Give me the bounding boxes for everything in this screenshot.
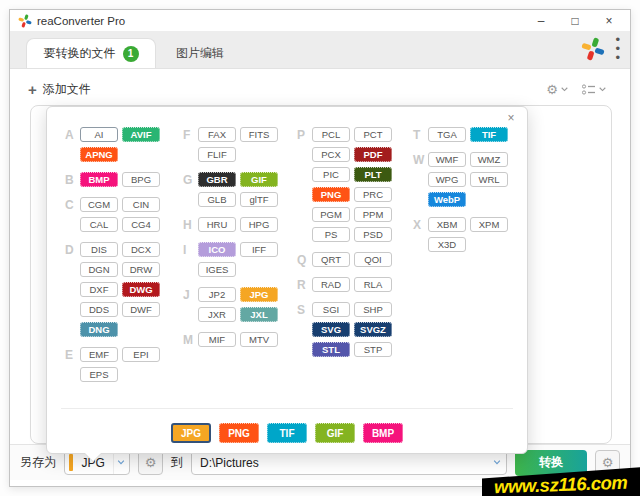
- format-button-fits[interactable]: FITS: [240, 127, 278, 142]
- quick-format-button-png[interactable]: PNG: [219, 423, 259, 443]
- format-button-dds[interactable]: DDS: [80, 302, 118, 317]
- format-group-p: PPCLPCTPCXPDFPICPLTPNGPRCPGMPPMPSPSD: [297, 127, 398, 242]
- format-button-cg4[interactable]: CG4: [122, 217, 160, 232]
- format-buttons: DISDCXDGNDRWDXFDWGDDSDWFDNG: [80, 242, 166, 337]
- format-button-avif[interactable]: AVIF: [122, 127, 160, 142]
- settings-dropdown[interactable]: ⚙: [546, 83, 568, 96]
- format-button-jpg[interactable]: JPG: [240, 287, 278, 302]
- format-button-emf[interactable]: EMF: [80, 347, 118, 362]
- format-button-hru[interactable]: HRU: [198, 217, 236, 232]
- format-button-gif[interactable]: GIF: [240, 172, 278, 187]
- format-button-jxr[interactable]: JXR: [198, 307, 236, 322]
- format-group-e: EEMFEPIEPS: [65, 347, 166, 382]
- format-button-wmf[interactable]: WMF: [428, 152, 466, 167]
- combo-chevron[interactable]: [113, 451, 129, 474]
- format-button-xbm[interactable]: XBM: [428, 217, 466, 232]
- format-button-drw[interactable]: DRW: [122, 262, 160, 277]
- quick-format-button-tif[interactable]: TIF: [267, 423, 307, 443]
- format-button-ppm[interactable]: PPM: [354, 207, 392, 222]
- quick-format-button-bmp[interactable]: BMP: [363, 423, 403, 443]
- format-button-eps[interactable]: EPS: [80, 367, 118, 382]
- format-button-hpg[interactable]: HPG: [240, 217, 278, 232]
- format-button-dgn[interactable]: DGN: [80, 262, 118, 277]
- tab-label: 要转换的文件: [44, 45, 116, 62]
- format-button-pcl[interactable]: PCL: [312, 127, 350, 142]
- format-group-letter: I: [183, 242, 198, 277]
- format-button-svgz[interactable]: SVGZ: [354, 322, 392, 337]
- format-button-svg[interactable]: SVG: [312, 322, 350, 337]
- format-button-dwf[interactable]: DWF: [122, 302, 160, 317]
- format-button-tga[interactable]: TGA: [428, 127, 466, 142]
- format-group-r: RRADRLA: [297, 277, 398, 292]
- format-button-ai[interactable]: AI: [80, 127, 118, 142]
- minimize-button[interactable]: –: [524, 10, 558, 31]
- format-button-gbr[interactable]: GBR: [198, 172, 236, 187]
- format-button-cin[interactable]: CIN: [122, 197, 160, 212]
- format-button-pct[interactable]: PCT: [354, 127, 392, 142]
- format-button-pgm[interactable]: PGM: [312, 207, 350, 222]
- format-button-pcx[interactable]: PCX: [312, 147, 350, 162]
- format-button-pdf[interactable]: PDF: [354, 147, 392, 162]
- title-bar: reaConverter Pro – □ ×: [10, 10, 630, 31]
- format-button-dis[interactable]: DIS: [80, 242, 118, 257]
- format-button-qrt[interactable]: QRT: [312, 252, 350, 267]
- tab-image-editing[interactable]: 图片编辑: [160, 38, 240, 68]
- format-button-prc[interactable]: PRC: [354, 187, 392, 202]
- format-button-xpm[interactable]: XPM: [470, 217, 508, 232]
- close-button[interactable]: ×: [592, 10, 626, 31]
- format-button-plt[interactable]: PLT: [354, 167, 392, 182]
- format-button-bpg[interactable]: BPG: [122, 172, 160, 187]
- format-button-x3d[interactable]: X3D: [428, 237, 466, 252]
- format-button-jxl[interactable]: JXL: [240, 307, 278, 322]
- format-button-tif[interactable]: TIF: [470, 127, 508, 142]
- format-button-wpg[interactable]: WPG: [428, 172, 466, 187]
- format-button-psd[interactable]: PSD: [354, 227, 392, 242]
- format-button-bmp[interactable]: BMP: [80, 172, 118, 187]
- format-button-sgi[interactable]: SGI: [312, 302, 350, 317]
- format-button-rad[interactable]: RAD: [312, 277, 350, 292]
- format-button-pic[interactable]: PIC: [312, 167, 350, 182]
- quick-format-button-jpg[interactable]: JPG: [171, 423, 211, 443]
- format-button-cgm[interactable]: CGM: [80, 197, 118, 212]
- format-button-iff[interactable]: IFF: [240, 242, 278, 257]
- format-button-stp[interactable]: STP: [354, 342, 392, 357]
- format-button-shp[interactable]: SHP: [354, 302, 392, 317]
- format-button-dcx[interactable]: DCX: [122, 242, 160, 257]
- format-button-stl[interactable]: STL: [312, 342, 350, 357]
- format-button-cal[interactable]: CAL: [80, 217, 118, 232]
- panel-close-icon[interactable]: ×: [503, 111, 519, 127]
- tab-strip: 要转换的文件 1 图片编辑 •••: [10, 31, 630, 69]
- format-button-rla[interactable]: RLA: [354, 277, 392, 292]
- convert-button[interactable]: 转换: [515, 450, 587, 476]
- format-button-glb[interactable]: GLB: [198, 192, 236, 207]
- add-files-button[interactable]: + 添加文件: [28, 81, 91, 98]
- format-group-s: SSGISHPSVGSVGZSTLSTP: [297, 302, 398, 357]
- format-button-apng[interactable]: APNG: [80, 147, 118, 162]
- format-button-epi[interactable]: EPI: [122, 347, 160, 362]
- format-button-dxf[interactable]: DXF: [80, 282, 118, 297]
- format-button-ps[interactable]: PS: [312, 227, 350, 242]
- format-button-ico[interactable]: ICO: [198, 242, 236, 257]
- format-button-wmz[interactable]: WMZ: [470, 152, 508, 167]
- sort-dropdown[interactable]: [582, 84, 606, 95]
- gear-icon: ⚙: [602, 456, 614, 469]
- app-logo-icon: [18, 14, 32, 28]
- combo-chevron[interactable]: [488, 451, 506, 474]
- format-button-flif[interactable]: FLIF: [198, 147, 236, 162]
- more-menu-icon[interactable]: •••: [615, 35, 620, 62]
- format-button-dng[interactable]: DNG: [80, 322, 118, 337]
- format-button-qoi[interactable]: QOI: [354, 252, 392, 267]
- format-button-png[interactable]: PNG: [312, 187, 350, 202]
- quick-format-button-gif[interactable]: GIF: [315, 423, 355, 443]
- format-button-mif[interactable]: MIF: [198, 332, 236, 347]
- format-button-mtv[interactable]: MTV: [240, 332, 278, 347]
- format-button-gltf[interactable]: glTF: [240, 192, 278, 207]
- format-button-jp2[interactable]: JP2: [198, 287, 236, 302]
- format-button-dwg[interactable]: DWG: [122, 282, 160, 297]
- format-button-wrl[interactable]: WRL: [470, 172, 508, 187]
- format-button-webp[interactable]: WebP: [428, 192, 466, 207]
- format-button-fax[interactable]: FAX: [198, 127, 236, 142]
- format-button-iges[interactable]: IGES: [198, 262, 236, 277]
- maximize-button[interactable]: □: [558, 10, 592, 31]
- tab-files-to-convert[interactable]: 要转换的文件 1: [26, 38, 156, 68]
